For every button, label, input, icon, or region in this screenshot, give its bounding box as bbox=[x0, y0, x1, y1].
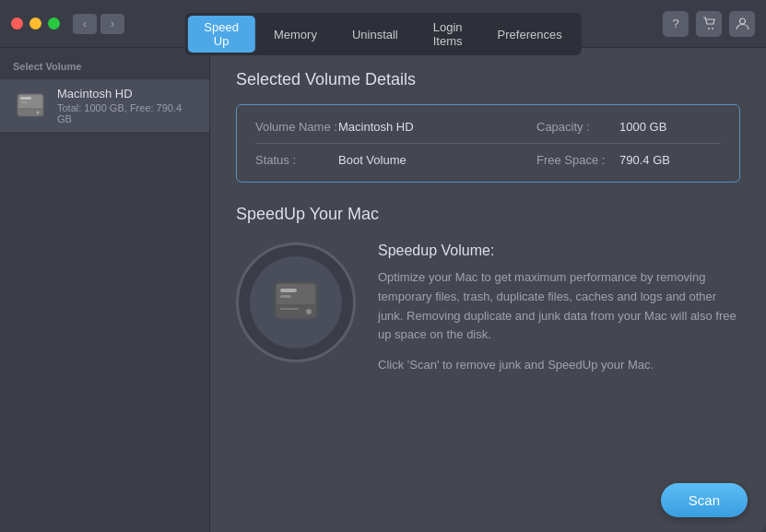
freespace-group: Free Space : 790.4 GB bbox=[536, 153, 721, 167]
svg-point-3 bbox=[712, 28, 713, 30]
speedup-cta: Click 'Scan' to remove junk and SpeedUp … bbox=[378, 356, 740, 375]
volume-name-group: Volume Name : Macintosh HD bbox=[255, 120, 440, 134]
nav-arrows: ‹ › bbox=[73, 14, 124, 34]
back-button[interactable]: ‹ bbox=[73, 14, 97, 34]
volume-name-label: Volume Name : bbox=[255, 120, 338, 134]
speedup-section: SpeedUp Your Mac bbox=[236, 205, 740, 375]
title-bar-actions: ? bbox=[663, 11, 755, 37]
speedup-text: Speedup Volume: Optimize your Mac to get… bbox=[378, 242, 740, 375]
drive-name: Macintosh HD bbox=[57, 87, 196, 100]
tab-memory[interactable]: Memory bbox=[257, 16, 334, 53]
freespace-label: Free Space : bbox=[536, 153, 619, 167]
status-group: Status : Boot Volume bbox=[255, 153, 440, 167]
sidebar: Select Volume Macintosh HD Total: 1000 G… bbox=[0, 48, 210, 532]
svg-rect-13 bbox=[280, 289, 297, 292]
status-label: Status : bbox=[255, 153, 338, 167]
tab-uninstall[interactable]: Uninstall bbox=[336, 16, 415, 53]
forward-button[interactable]: › bbox=[100, 14, 124, 34]
drive-circle bbox=[236, 242, 356, 362]
tab-preferences[interactable]: Preferences bbox=[481, 16, 579, 53]
freespace-value: 790.4 GB bbox=[619, 153, 670, 167]
drive-info: Macintosh HD Total: 1000 GB, Free: 790.4… bbox=[57, 87, 196, 124]
svg-point-4 bbox=[739, 18, 745, 24]
speedup-description: Optimize your Mac to get maximum perform… bbox=[378, 268, 740, 345]
svg-point-12 bbox=[306, 309, 312, 314]
close-button[interactable] bbox=[11, 18, 23, 30]
svg-point-7 bbox=[37, 111, 40, 113]
svg-rect-8 bbox=[20, 97, 31, 100]
speedup-title: SpeedUp Your Mac bbox=[236, 205, 740, 224]
capacity-label: Capacity : bbox=[536, 120, 619, 134]
cart-icon bbox=[702, 17, 716, 30]
drive-size: Total: 1000 GB, Free: 790.4 GB bbox=[57, 102, 196, 124]
minimize-button[interactable] bbox=[29, 18, 41, 30]
svg-rect-6 bbox=[18, 109, 43, 116]
hdd-icon bbox=[268, 278, 324, 328]
sidebar-item-volume[interactable]: Macintosh HD Total: 1000 GB, Free: 790.4… bbox=[0, 79, 209, 132]
bottom-bar: Scan bbox=[661, 483, 748, 517]
tab-loginitems[interactable]: Login Items bbox=[417, 16, 479, 53]
svg-point-2 bbox=[708, 28, 710, 30]
help-button[interactable]: ? bbox=[663, 11, 689, 37]
tab-speedup[interactable]: Speed Up bbox=[187, 16, 255, 53]
speedup-content: Speedup Volume: Optimize your Mac to get… bbox=[236, 242, 740, 375]
user-button[interactable] bbox=[729, 11, 755, 37]
capacity-group: Capacity : 1000 GB bbox=[536, 120, 721, 134]
status-value: Boot Volume bbox=[338, 153, 407, 167]
volume-details-box: Volume Name : Macintosh HD Capacity : 10… bbox=[236, 104, 740, 183]
cart-button[interactable] bbox=[696, 11, 722, 37]
volume-details-title: Selected Volume Details bbox=[236, 70, 740, 89]
svg-rect-9 bbox=[20, 101, 28, 103]
content-area: Selected Volume Details Volume Name : Ma… bbox=[210, 48, 766, 532]
maximize-button[interactable] bbox=[48, 18, 60, 30]
volume-details-row-2: Status : Boot Volume Free Space : 790.4 … bbox=[255, 153, 721, 167]
main-layout: Select Volume Macintosh HD Total: 1000 G… bbox=[0, 48, 766, 532]
capacity-value: 1000 GB bbox=[619, 120, 666, 134]
drive-icon bbox=[13, 90, 48, 122]
traffic-lights bbox=[11, 18, 60, 30]
svg-rect-15 bbox=[280, 308, 299, 310]
volume-name-value: Macintosh HD bbox=[338, 120, 414, 134]
speedup-subtitle: Speedup Volume: bbox=[378, 242, 740, 259]
scan-button[interactable]: Scan bbox=[661, 483, 748, 517]
tab-bar: Speed Up Memory Uninstall Login Items Pr… bbox=[184, 13, 581, 55]
details-divider bbox=[255, 143, 721, 144]
volume-details-row-1: Volume Name : Macintosh HD Capacity : 10… bbox=[255, 120, 721, 134]
sidebar-section-label: Select Volume bbox=[0, 61, 209, 79]
drive-circle-inner bbox=[250, 256, 342, 349]
svg-rect-14 bbox=[280, 295, 291, 298]
user-icon bbox=[736, 17, 749, 30]
title-bar: ‹ › S SpeedUp Mac Speed Up Memory Uninst… bbox=[0, 0, 766, 48]
